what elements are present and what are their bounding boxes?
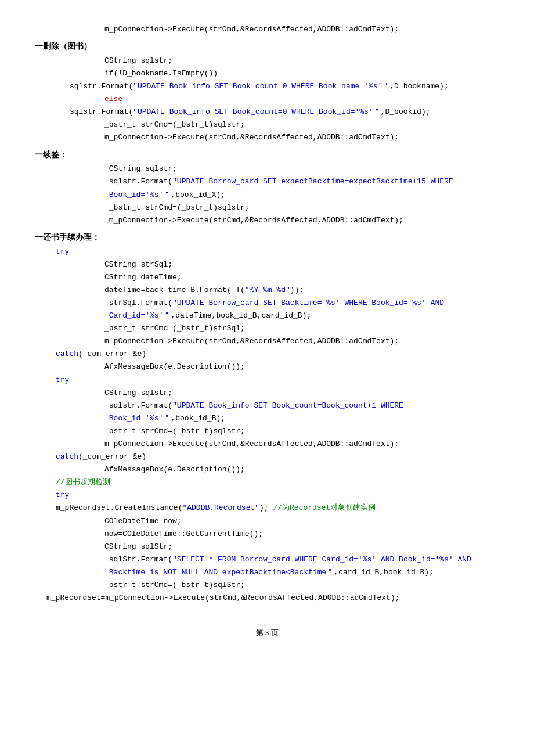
return-catch2-section: catch(_com_error &e) AfxMessageBox(e.Des… — [35, 451, 499, 476]
page-content: m_pConnection->Execute(strCmd,&RecordsAf… — [35, 23, 499, 604]
code-line: CString strSql; — [35, 258, 499, 271]
code-line: //图书超期检测 — [35, 476, 499, 489]
page-footer: 第 3 页 — [35, 628, 499, 638]
code-line: m_pRecordset.CreateInstance("ADODB.Recor… — [35, 502, 499, 514]
code-line: CString sqlStr; — [35, 541, 499, 553]
code-line: m_pConnection->Execute(strCmd,&RecordsAf… — [35, 23, 499, 36]
code-line: sqlstr.Format("UPDATE Book_info SET Book… — [35, 80, 499, 93]
code-line: m_pConnection->Execute(strCmd,&RecordsAf… — [35, 335, 499, 348]
code-line: if(!D_bookname.IsEmpty()) — [35, 67, 499, 80]
code-line: _bstr_t strCmd=(_bstr_t)sqlstr; — [35, 201, 499, 214]
code-line: CString sqlstr; — [35, 163, 499, 175]
code-line: _bstr_t strCmd=(_bstr_t)sqlstr; — [35, 118, 499, 131]
code-line: strSql.Format("UPDATE Borrow_card SET Ba… — [35, 297, 499, 309]
return-catch1-section: catch(_com_error &e) AfxMessageBox(e.Des… — [35, 348, 499, 373]
code-line: _bstr_t strCmd=(_bstr_t)strSql; — [35, 322, 499, 335]
code-line: AfxMessageBox(e.Description()); — [35, 463, 499, 476]
top-execute-line: m_pConnection->Execute(strCmd,&RecordsAf… — [35, 23, 499, 36]
overdue-comment-section: //图书超期检测 — [35, 476, 499, 489]
section-renew-heading: 一续签： — [35, 148, 499, 162]
code-line: COleDateTime now; — [35, 515, 499, 528]
code-line: sqlStr.Format("SELECT * FROM Borrow_card… — [35, 553, 499, 566]
page-number: 第 3 页 — [256, 628, 279, 637]
return-try1-section: try CString strSql; CString dateTime; da… — [35, 246, 499, 348]
code-line: m_pConnection->Execute(strCmd,&RecordsAf… — [35, 214, 499, 227]
code-line: m_pRecordset=m_pConnection->Execute(strC… — [35, 592, 499, 604]
code-line: AfxMessageBox(e.Description()); — [35, 361, 499, 373]
code-line: sqlstr.Format("UPDATE Book_info SET Book… — [35, 399, 499, 412]
code-line: Book_id='%s'＂,book_id_X); — [35, 189, 499, 201]
renew-section: CString sqlstr; sqlstr.Format("UPDATE Bo… — [35, 163, 499, 226]
delete-section: CString sqlstr; if(!D_bookname.IsEmpty()… — [35, 55, 499, 145]
code-line: catch(_com_error &e) — [35, 451, 499, 463]
code-line: now=COleDateTime::GetCurrentTime(); — [35, 528, 499, 541]
code-line: CString dateTime; — [35, 271, 499, 284]
code-line: sqlstr.Format("UPDATE Book_info SET Book… — [35, 106, 499, 118]
overdue-try-section: try m_pRecordset.CreateInstance("ADODB.R… — [35, 489, 499, 604]
section-return-heading: 一还书手续办理： — [35, 231, 499, 244]
code-line: m_pConnection->Execute(strCmd,&RecordsAf… — [35, 131, 499, 144]
code-line: Backtime is NOT NULL AND expectBacktime<… — [35, 566, 499, 579]
code-line: m_pConnection->Execute(strCmd,&RecordsAf… — [35, 438, 499, 451]
code-line: sqlstr.Format("UPDATE Borrow_card SET ex… — [35, 175, 499, 188]
code-line: _bstr_t strCmd=(_bstr_t)sqlstr; — [35, 425, 499, 438]
return-try2-section: try CString sqlstr; sqlstr.Format("UPDAT… — [35, 374, 499, 451]
code-line: try — [35, 246, 499, 258]
code-line: else — [35, 93, 499, 106]
code-line: try — [35, 374, 499, 387]
code-line: Book_id='%s'＂,book_id_B); — [35, 412, 499, 425]
code-line: Card_id='%s'＂,dateTime,book_id_B,card_id… — [35, 309, 499, 322]
code-line: dateTime=back_time_B.Format(_T("%Y-%m-%d… — [35, 284, 499, 297]
code-line: CString sqlstr; — [35, 387, 499, 399]
section-delete-heading: 一删除（图书） — [35, 39, 499, 53]
code-line: _bstr_t strCmd=(_bstr_t)sqlStr; — [35, 579, 499, 592]
code-line: try — [35, 489, 499, 502]
code-line: catch(_com_error &e) — [35, 348, 499, 361]
code-line: CString sqlstr; — [35, 55, 499, 67]
